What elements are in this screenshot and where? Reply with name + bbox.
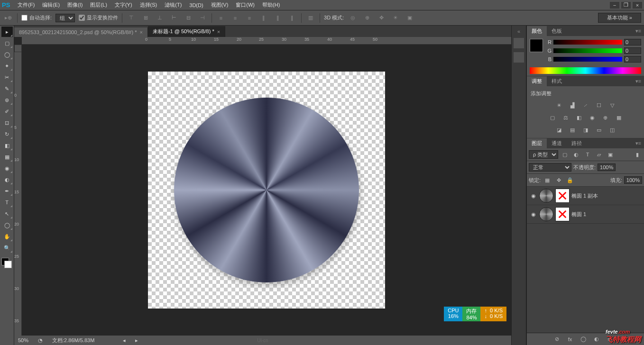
panel-menu-icon[interactable]: ▾≡ <box>633 78 644 84</box>
layer-filter-kind[interactable]: ρ 类型 <box>529 150 558 159</box>
brush-tool[interactable]: ✐ <box>1 106 13 117</box>
close-icon[interactable]: × <box>217 29 220 35</box>
zoom-tool[interactable]: 🔍 <box>1 243 13 253</box>
blue-value[interactable]: 0 <box>624 56 641 63</box>
menu-help[interactable]: 帮助(H) <box>258 1 284 9</box>
filter-toggle[interactable]: ▮ <box>633 150 642 159</box>
menu-layer[interactable]: 图层(L) <box>86 1 110 9</box>
menu-file[interactable]: 文件(F) <box>14 1 38 9</box>
lock-pixels-icon[interactable]: ▦ <box>543 176 552 184</box>
ellipse-shape[interactable] <box>174 98 359 282</box>
layer-fx-icon[interactable]: fx <box>565 335 575 344</box>
lock-all-icon[interactable]: 🔒 <box>565 176 575 184</box>
menu-text[interactable]: 文字(Y) <box>111 1 136 9</box>
scroll-right-icon[interactable]: ▸ <box>135 337 138 344</box>
move-tool-icon[interactable]: ▸⊕ <box>3 13 13 23</box>
green-value[interactable]: 0 <box>624 47 641 54</box>
panel-menu-icon[interactable]: ▾≡ <box>633 28 644 34</box>
align-vcenter-icon[interactable]: ⊞ <box>140 13 151 23</box>
visibility-icon[interactable]: ◉ <box>530 211 537 218</box>
status-doc-info-icon[interactable]: ◔ <box>38 337 43 344</box>
minimize-icon[interactable]: − <box>610 2 619 9</box>
vertical-ruler[interactable]: 05 1015 2025 3035 <box>14 52 22 336</box>
type-tool[interactable]: T <box>1 197 13 208</box>
auto-select-check[interactable]: 自动选择: <box>21 14 52 21</box>
dist-hcenter-icon[interactable]: ‖ <box>273 13 283 23</box>
history-brush-tool[interactable]: ↻ <box>1 129 13 139</box>
shape-tool[interactable]: ◯ <box>1 220 13 230</box>
threshold-icon[interactable]: ◨ <box>581 126 590 134</box>
filter-adjust-icon[interactable]: ◐ <box>571 150 581 159</box>
close-icon[interactable]: × <box>633 2 642 9</box>
curves-icon[interactable]: ⟋ <box>581 101 590 109</box>
lasso-tool[interactable]: ◯ <box>1 49 13 60</box>
tab-channels[interactable]: 通道 <box>547 138 567 148</box>
menu-filter[interactable]: 滤镜(T) <box>161 1 185 9</box>
canvas-viewport[interactable]: CPU16% 内存84% ↑ 0 K/S↓ 0 K/S <box>22 45 511 336</box>
move-tool[interactable]: ▸ <box>1 27 13 37</box>
align-top-icon[interactable]: ⊤ <box>126 13 137 23</box>
align-hcenter-icon[interactable]: ⊟ <box>183 13 193 23</box>
lookup-icon[interactable]: ▦ <box>614 113 624 122</box>
link-layers-icon[interactable]: ⊘ <box>552 335 561 344</box>
menu-select[interactable]: 选择(S) <box>136 1 161 9</box>
panel-menu-icon[interactable]: ▾≡ <box>633 140 644 146</box>
vector-mask-thumbnail[interactable] <box>555 207 570 221</box>
camera-3d-icon[interactable]: ▣ <box>405 13 415 23</box>
add-mask-icon[interactable]: ◯ <box>579 335 588 344</box>
filter-smart-icon[interactable]: ▣ <box>606 150 615 159</box>
move-3d-icon[interactable]: ✥ <box>376 13 386 23</box>
vector-mask-thumbnail[interactable] <box>555 189 570 203</box>
opacity-value[interactable]: 100% <box>598 163 616 171</box>
workspace-switcher[interactable]: 基本功能 » <box>598 13 641 23</box>
eraser-tool[interactable]: ◧ <box>1 140 13 151</box>
layer-thumbnail[interactable] <box>539 189 553 203</box>
channel-mixer-icon[interactable]: ⊕ <box>601 113 610 122</box>
properties-panel-icon[interactable] <box>514 52 524 63</box>
pen-tool[interactable]: ✒ <box>1 186 13 196</box>
filter-pixel-icon[interactable]: ▢ <box>560 150 570 159</box>
red-slider[interactable] <box>553 40 622 45</box>
path-select-tool[interactable]: ↖ <box>1 209 13 219</box>
horizontal-ruler[interactable]: 05 1015 2025 3035 4045 50 <box>22 37 511 45</box>
blackwhite-icon[interactable]: ◧ <box>574 113 584 122</box>
levels-icon[interactable]: ▟ <box>568 101 577 109</box>
green-slider[interactable] <box>553 48 622 53</box>
exposure-icon[interactable]: ☐ <box>594 101 604 109</box>
doc-tab-2[interactable]: 未标题-1 @ 50%(RGB/8) *× <box>148 26 225 37</box>
dist-left-icon[interactable]: ‖ <box>258 13 269 23</box>
tab-color[interactable]: 颜色 <box>527 26 547 36</box>
dodge-tool[interactable]: ◐ <box>1 174 13 185</box>
ruler-origin[interactable] <box>14 45 22 52</box>
menu-edit[interactable]: 编辑(E) <box>38 1 64 9</box>
blue-slider[interactable] <box>553 57 622 62</box>
auto-align-icon[interactable]: ▥ <box>305 13 316 23</box>
dist-top-icon[interactable]: ≡ <box>216 13 226 23</box>
filter-type-icon[interactable]: T <box>583 150 592 159</box>
tab-layers[interactable]: 图层 <box>527 138 547 148</box>
scroll-left-icon[interactable]: ◂ <box>123 337 126 344</box>
menu-window[interactable]: 窗口(W) <box>232 1 258 9</box>
layer-row[interactable]: ◉ 椭圆 1 副本 <box>527 187 644 205</box>
gradient-map-icon[interactable]: ▭ <box>594 126 604 134</box>
layer-thumbnail[interactable] <box>539 207 553 221</box>
crop-tool[interactable]: ✂ <box>1 72 13 82</box>
hue-sat-icon[interactable]: ▢ <box>548 113 557 122</box>
eyedropper-tool[interactable]: ✎ <box>1 83 13 94</box>
light-3d-icon[interactable]: ☀ <box>390 13 401 23</box>
photo-filter-icon[interactable]: ◉ <box>588 113 597 122</box>
selective-color-icon[interactable]: ◫ <box>607 126 617 134</box>
magic-wand-tool[interactable]: ✦ <box>1 61 13 71</box>
tab-swatches[interactable]: 色板 <box>547 26 567 36</box>
new-adjustment-icon[interactable]: ◐ <box>592 335 601 344</box>
show-transform-check[interactable]: 显示变换控件 <box>79 14 118 21</box>
pan-3d-icon[interactable]: ⊕ <box>362 13 372 23</box>
marquee-tool[interactable]: ▢ <box>1 38 13 48</box>
layer-row[interactable]: ◉ 椭圆 1 <box>527 205 644 224</box>
history-panel-icon[interactable] <box>514 38 524 48</box>
align-left-icon[interactable]: ⊢ <box>169 13 179 23</box>
lock-position-icon[interactable]: ✥ <box>554 176 563 184</box>
fill-value[interactable]: 100% <box>624 176 642 184</box>
healing-tool[interactable]: ⊛ <box>1 95 13 105</box>
layer-name[interactable]: 椭圆 1 <box>571 211 641 218</box>
